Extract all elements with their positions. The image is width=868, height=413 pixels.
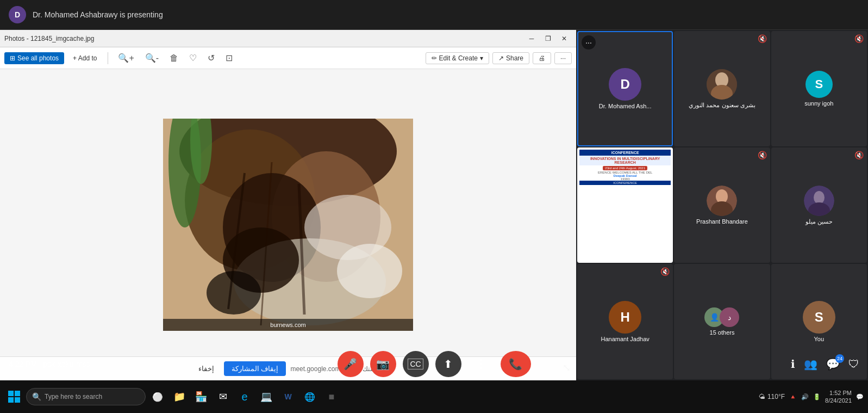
main-area: Photos - 121845_imgcache.jpg ─ ❐ ✕ ⊞ See… <box>0 30 868 380</box>
taskbar-app-vscode[interactable]: 💻 <box>257 387 276 406</box>
weather-badge: 🌤 110°F <box>759 393 785 400</box>
video-off-button[interactable]: 📷 <box>370 351 396 377</box>
search-icon: 🔍 <box>32 392 41 401</box>
taskbar-explorer[interactable]: 📁 <box>170 387 189 406</box>
close-button[interactable]: ✕ <box>557 33 572 45</box>
photos-grid-icon: ⊞ <box>10 54 15 62</box>
mute-button[interactable]: 🎤 <box>338 351 364 377</box>
more-button[interactable]: ⋮ <box>468 351 494 377</box>
conf-date: 23rd and 24th August, 2021 <box>603 166 647 170</box>
avatar: D <box>609 68 641 101</box>
more-options-button[interactable]: ··· <box>554 52 572 64</box>
mute-icon: 🔇 <box>854 151 864 159</box>
window-controls: ─ ❐ ✕ <box>524 33 572 45</box>
captions-button[interactable]: CC <box>403 351 429 377</box>
main-image: burnews.com <box>163 119 413 331</box>
participant-tile-hussain: 🔇 حسين ميلو <box>771 147 867 263</box>
temperature-text: 110°F <box>767 393 785 400</box>
svg-point-14 <box>207 271 261 315</box>
svg-text:burnews.com: burnews.com <box>270 322 305 328</box>
avatar: S <box>803 301 835 334</box>
crop-button[interactable]: ⊡ <box>222 51 236 65</box>
participant-tile-sunny: 🔇 S sunny igoh <box>771 31 867 146</box>
avatar: S <box>805 71 833 98</box>
svg-point-24 <box>814 191 825 204</box>
favorite-button[interactable]: ♡ <box>186 51 200 65</box>
taskbar-word[interactable]: W <box>278 387 298 406</box>
participant-name: You <box>812 336 827 342</box>
phone-end-icon: 📞 <box>509 357 522 371</box>
photos-toolbar: ⊞ See all photos + Add to 🔍+ 🔍- 🗑 ♡ ↺ ⊡ … <box>0 47 576 69</box>
taskbar-mail[interactable]: ✉ <box>213 387 233 406</box>
participant-tile-dr-mohamed: ··· D Dr. Mohamed Ash... <box>577 31 673 146</box>
participant-name: بشرى سعنون محمد النوري <box>686 102 757 109</box>
participant-name: Prashant Bhandare <box>694 218 750 225</box>
taskbar-app-dark[interactable]: ■ <box>322 387 341 406</box>
activities-icon: 🛡 <box>848 358 859 370</box>
taskbar-cortana[interactable]: ⚪ <box>148 387 167 406</box>
print-button[interactable]: 🖨 <box>533 52 551 64</box>
delete-button[interactable]: 🗑 <box>166 51 182 65</box>
conf-footer: ICONFERENCE <box>579 181 671 185</box>
toolbar-right: ✏ Edit & Create ▾ ↗ Share 🖨 ··· <box>426 52 572 64</box>
minimize-button[interactable]: ─ <box>524 33 539 45</box>
zoom-out-button[interactable]: 🔍- <box>142 51 162 65</box>
rotate-button[interactable]: ↺ <box>204 51 218 65</box>
others-avatar-2: د <box>720 307 739 327</box>
participant-name: 15 others <box>708 329 737 336</box>
right-panel: ··· D Dr. Mohamed Ash... 🔇 بشرى سعنون مح… <box>576 30 868 380</box>
start-button[interactable] <box>4 387 24 406</box>
volume-icon: 🔊 <box>801 393 809 400</box>
info-button[interactable]: ℹ <box>791 357 795 371</box>
conference-slide: ICONFERENCE INNOVATIONS IN MULTIDISCIPLI… <box>577 147 673 263</box>
windows-taskbar: 🔍 Type here to search ⚪ 📁 🏪 ✉ e 💻 W 🌐 ■ … <box>0 380 868 413</box>
info-icon: ℹ <box>791 358 795 370</box>
avatar: H <box>609 301 641 334</box>
prashant-avatar <box>707 186 737 216</box>
activities-button[interactable]: 🛡 <box>848 358 859 371</box>
hussain-avatar <box>804 186 834 216</box>
edit-create-button[interactable]: ✏ Edit & Create ▾ <box>426 52 489 64</box>
restore-button[interactable]: ❐ <box>540 33 555 45</box>
taskbar-store[interactable]: 🏪 <box>191 387 211 406</box>
search-box[interactable]: 🔍 Type here to search <box>26 388 146 405</box>
share-icon: ↗ <box>498 54 504 62</box>
share-button[interactable]: ↗ Share <box>492 52 529 64</box>
svg-point-12 <box>337 244 402 298</box>
mute-icon: 🔇 <box>758 151 767 159</box>
taskbar-time: 1:52 PM 8/24/2021 <box>825 389 852 405</box>
chat-button[interactable]: 💬 24 <box>826 357 840 371</box>
more-vert-icon: ⋮ <box>475 357 487 371</box>
meet-time: 4:22 PM | psk-xbku-mss <box>9 360 90 368</box>
add-to-button[interactable]: + Add to <box>68 52 101 64</box>
participant-tile-deepak: ICONFERENCE INNOVATIONS IN MULTIDISCIPLI… <box>577 147 673 263</box>
svg-rect-28 <box>8 397 14 403</box>
see-all-photos-button[interactable]: ⊞ See all photos <box>4 52 64 64</box>
photos-title: Photos - 121845_imgcache.jpg <box>4 35 94 42</box>
weather-icon: 🌤 <box>759 393 765 400</box>
windows-logo-icon <box>8 391 20 403</box>
participant-tile-bushra: 🔇 بشرى سعنون محمد النوري <box>674 31 770 146</box>
svg-rect-26 <box>8 391 14 396</box>
people-button[interactable]: 👥 <box>804 357 817 371</box>
end-call-button[interactable]: 📞 <box>501 351 531 377</box>
search-placeholder-text: Type here to search <box>45 393 102 400</box>
mic-slash-icon: 🎤 <box>344 357 357 371</box>
svg-rect-27 <box>15 391 20 396</box>
photos-content: burnews.com ⤡ <box>0 69 576 380</box>
presenter-avatar: D <box>9 6 26 23</box>
present-button[interactable]: ⬆ <box>435 351 461 377</box>
bushra-avatar <box>707 69 737 100</box>
chevron-down-icon: ▾ <box>480 54 483 62</box>
photos-window: Photos - 121845_imgcache.jpg ─ ❐ ✕ ⊞ See… <box>0 30 576 380</box>
taskbar-chrome[interactable]: 🌐 <box>300 387 320 406</box>
more-options-button[interactable]: ··· <box>582 35 596 50</box>
participant-name: sunny igoh <box>802 100 835 107</box>
presenter-text: Dr. Mohamed Ashabrawy is presenting <box>33 10 163 19</box>
participant-tile-prashant: 🔇 Prashant Bhandare <box>674 147 770 263</box>
battery-icon: 🔋 <box>813 393 821 400</box>
zoom-in-button[interactable]: 🔍+ <box>115 51 137 65</box>
notification-icon[interactable]: 💬 <box>856 393 864 400</box>
taskbar-edge[interactable]: e <box>235 387 254 406</box>
photos-titlebar: Photos - 121845_imgcache.jpg ─ ❐ ✕ <box>0 30 576 47</box>
